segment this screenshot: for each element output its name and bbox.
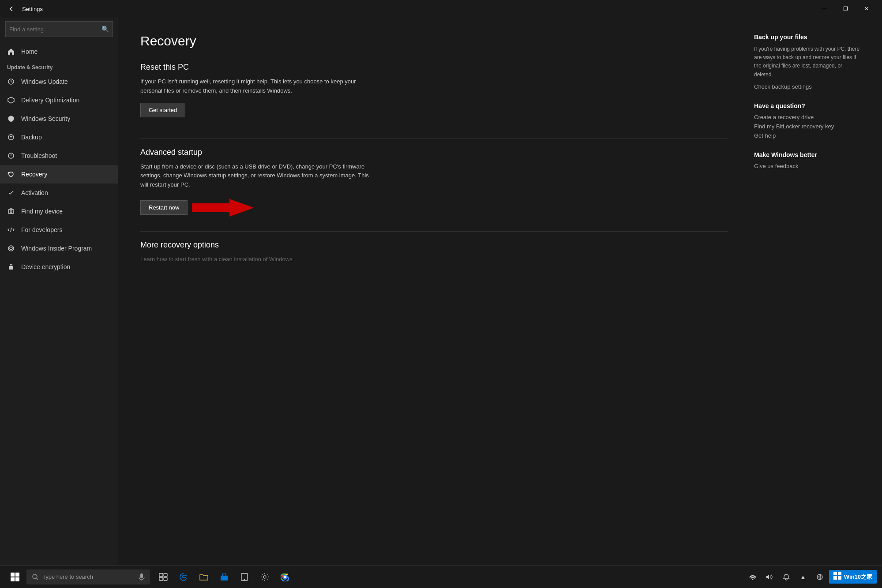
- delivery-optimization-icon: [7, 96, 15, 104]
- insider-icon: [7, 244, 15, 252]
- sidebar-item-windows-insider[interactable]: Windows Insider Program: [0, 239, 118, 258]
- sidebar-item-label: Windows Security: [21, 115, 70, 122]
- sidebar-item-label: Windows Update: [21, 78, 68, 85]
- main-content: Recovery Reset this PC If your PC isn't …: [140, 34, 728, 549]
- taskbar-icons: [154, 567, 295, 587]
- page-title: Recovery: [140, 34, 728, 49]
- make-windows-better-title: Make Windows better: [754, 151, 860, 158]
- task-view-button[interactable]: [154, 567, 173, 587]
- svg-point-7: [10, 247, 12, 250]
- shield-icon: [7, 115, 15, 123]
- home-icon: [7, 48, 15, 56]
- search-icon: 🔍: [101, 26, 109, 33]
- sidebar-item-find-my-device[interactable]: Find my device: [0, 202, 118, 221]
- get-help-link[interactable]: Get help: [754, 132, 860, 139]
- sidebar-item-windows-security[interactable]: Windows Security: [0, 109, 118, 128]
- sidebar-item-windows-update[interactable]: Windows Update: [0, 72, 118, 91]
- settings-taskbar-button[interactable]: [255, 567, 274, 587]
- svg-rect-9: [11, 573, 15, 577]
- minimize-button[interactable]: —: [814, 2, 834, 16]
- app-title: Settings: [22, 6, 43, 12]
- close-button[interactable]: ✕: [856, 2, 877, 16]
- backup-files-title: Back up your files: [754, 34, 860, 41]
- edge-browser-button[interactable]: [174, 567, 193, 587]
- more-recovery-link[interactable]: Learn how to start fresh with a clean in…: [140, 256, 293, 262]
- file-explorer-button[interactable]: [194, 567, 214, 587]
- back-button[interactable]: [5, 3, 18, 15]
- main-area: 🔍 Home Update & Security Windows Update …: [0, 18, 882, 565]
- content-area: Recovery Reset this PC If your PC isn't …: [118, 18, 882, 565]
- sidebar-item-label: Activation: [21, 189, 48, 196]
- tablet-mode-button[interactable]: [235, 567, 254, 587]
- search-box[interactable]: 🔍: [5, 21, 113, 37]
- svg-rect-12: [15, 577, 19, 581]
- sidebar-item-activation[interactable]: Activation: [0, 184, 118, 202]
- restart-row: Restart now: [140, 197, 728, 219]
- tray-chevron-icon[interactable]: ▲: [796, 569, 811, 584]
- recovery-icon: [7, 170, 15, 178]
- have-question-title: Have a question?: [754, 102, 860, 109]
- svg-rect-15: [164, 573, 167, 577]
- check-backup-settings-link[interactable]: Check backup settings: [754, 83, 860, 90]
- restore-button[interactable]: ❐: [835, 2, 856, 16]
- win10-badge[interactable]: Win10之家: [829, 570, 877, 584]
- create-recovery-drive-link[interactable]: Create a recovery drive: [754, 114, 860, 120]
- get-started-button[interactable]: Get started: [140, 103, 185, 117]
- svg-point-13: [33, 574, 37, 579]
- tray-network-icon[interactable]: [745, 569, 760, 584]
- sidebar-item-label: Device encryption: [21, 263, 70, 270]
- have-question-section: Have a question? Create a recovery drive…: [754, 102, 860, 139]
- sidebar-item-recovery[interactable]: Recovery: [0, 165, 118, 184]
- sidebar: 🔍 Home Update & Security Windows Update …: [0, 18, 118, 565]
- more-recovery-title: More recovery options: [140, 240, 728, 250]
- sidebar-item-label: Find my device: [21, 208, 63, 215]
- start-button[interactable]: [4, 566, 26, 588]
- activation-icon: [7, 189, 15, 197]
- sidebar-item-backup[interactable]: Backup: [0, 128, 118, 146]
- sidebar-item-label: Recovery: [21, 171, 47, 178]
- svg-point-24: [752, 579, 753, 580]
- search-input[interactable]: [9, 26, 100, 33]
- svg-rect-4: [8, 210, 14, 213]
- svg-point-5: [10, 211, 12, 213]
- svg-rect-29: [838, 576, 841, 580]
- sidebar-section-label: Update & Security: [0, 61, 118, 72]
- restart-now-button[interactable]: Restart now: [140, 200, 188, 215]
- reset-pc-description: If your PC isn't running well, resetting…: [140, 77, 370, 96]
- taskbar-search[interactable]: Type here to search: [26, 569, 150, 584]
- tray-language-icon[interactable]: [812, 569, 827, 584]
- divider-1: [140, 139, 728, 139]
- tray-notification-icon[interactable]: [779, 569, 794, 584]
- titlebar: Settings — ❐ ✕: [0, 0, 882, 18]
- sidebar-item-for-developers[interactable]: For developers: [0, 221, 118, 239]
- svg-marker-8: [192, 199, 254, 217]
- svg-marker-1: [8, 97, 14, 103]
- store-button[interactable]: [214, 567, 234, 587]
- backup-icon: [7, 133, 15, 141]
- sidebar-item-home[interactable]: Home: [0, 42, 118, 61]
- sidebar-item-label: Delivery Optimization: [21, 97, 79, 104]
- divider-2: [140, 231, 728, 232]
- svg-rect-26: [833, 572, 837, 575]
- svg-rect-18: [221, 576, 228, 581]
- sidebar-item-label: Home: [21, 48, 38, 55]
- sidebar-item-troubleshoot[interactable]: Troubleshoot: [0, 146, 118, 165]
- encryption-icon: [7, 263, 15, 271]
- right-panel: Back up your files If you're having prob…: [754, 34, 860, 549]
- sidebar-item-device-encryption[interactable]: Device encryption: [0, 258, 118, 276]
- svg-rect-14: [159, 573, 163, 577]
- windows-update-icon: [7, 78, 15, 86]
- tray-volume-icon[interactable]: [762, 569, 777, 584]
- win10-badge-text: Win10之家: [844, 573, 872, 581]
- svg-rect-10: [15, 573, 19, 577]
- give-us-feedback-link[interactable]: Give us feedback: [754, 163, 860, 169]
- window-controls: — ❐ ✕: [814, 2, 877, 16]
- find-bitlocker-key-link[interactable]: Find my BitLocker recovery key: [754, 123, 860, 130]
- chrome-button[interactable]: [275, 567, 295, 587]
- taskbar-search-text: Type here to search: [42, 573, 93, 580]
- reset-pc-title: Reset this PC: [140, 63, 728, 72]
- sidebar-item-label: Backup: [21, 134, 42, 141]
- red-arrow-annotation: [192, 197, 254, 219]
- sidebar-item-delivery-optimization[interactable]: Delivery Optimization: [0, 91, 118, 109]
- advanced-startup-description: Start up from a device or disc (such as …: [140, 162, 370, 190]
